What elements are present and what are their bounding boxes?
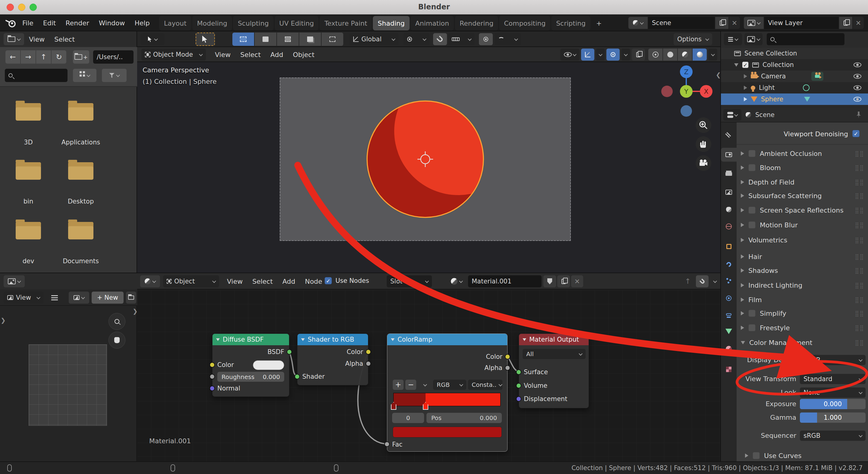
section-ambient-occlusion[interactable]: Ambient Occlusion⣿⣿ — [737, 148, 868, 159]
outliner-row-camera[interactable]: Camera — [721, 70, 868, 82]
stop-position-field[interactable]: Pos0.000 — [427, 413, 502, 423]
section-subsurface-scattering[interactable]: Subsurface Scattering⣿⣿ — [737, 190, 868, 201]
viewport-menu-select[interactable]: Select — [236, 47, 266, 62]
section-motion-blur[interactable]: Motion Blur⣿⣿ — [737, 219, 868, 231]
object-visibility-dropdown[interactable] — [560, 49, 580, 61]
shading-material-button[interactable] — [678, 49, 692, 61]
tab-rendering[interactable]: Rendering — [455, 16, 498, 30]
node-shader-to-rgb[interactable]: Shader to RGB Color Alpha Shader — [297, 333, 368, 385]
editor-type-file-browser-button[interactable] — [4, 33, 24, 45]
outliner-display-mode-dropdown[interactable] — [724, 33, 742, 45]
select-tool-button[interactable] — [195, 33, 215, 46]
expand-icon[interactable] — [734, 63, 738, 67]
viewport-menu-add[interactable]: Add — [266, 47, 288, 62]
tab-view-layer-properties[interactable] — [721, 185, 737, 199]
node-snap-settings-dropdown[interactable] — [710, 275, 720, 287]
add-workspace-button[interactable]: + — [591, 16, 607, 30]
tab-scene-properties[interactable] — [721, 203, 737, 216]
node-menu-add[interactable]: Add — [278, 273, 300, 290]
select-mode-invert-button[interactable] — [299, 33, 321, 46]
output-socket-bsdf[interactable] — [287, 349, 292, 355]
image-editor-canvas[interactable]: ❯ — [0, 306, 137, 462]
scene-name-field[interactable]: Scene — [648, 17, 715, 29]
material-browse-dropdown[interactable] — [447, 275, 466, 287]
view-transform-dropdown[interactable]: Standard — [800, 374, 866, 384]
node-header[interactable]: ColorRamp — [387, 334, 507, 345]
folder-item-3d[interactable]: 3D — [4, 101, 53, 168]
pan-button[interactable] — [108, 332, 125, 349]
tab-constraint-properties[interactable] — [721, 307, 737, 321]
proportional-editing-button[interactable] — [479, 33, 493, 45]
menu-file[interactable]: File — [18, 14, 38, 31]
input-socket-displacement[interactable] — [516, 396, 521, 402]
gizmo-settings-dropdown[interactable] — [596, 49, 605, 61]
properties-filter-dropdown[interactable] — [723, 109, 741, 121]
section-depth-of-field[interactable]: Depth of Field⣿⣿ — [737, 176, 868, 188]
overlays-settings-dropdown[interactable] — [621, 49, 630, 61]
input-socket-surface[interactable] — [516, 369, 521, 375]
back-button[interactable]: ← — [5, 50, 20, 64]
viewport-menu-object[interactable]: Object — [288, 47, 319, 62]
output-socket-color[interactable] — [505, 354, 510, 359]
viewport-menu-view[interactable]: View — [210, 47, 236, 62]
drag-handle-icon[interactable]: ⣿⣿ — [855, 192, 864, 199]
outliner-filter-type-dropdown[interactable] — [744, 33, 763, 45]
section-freestyle[interactable]: Freestyle⣿⣿ — [737, 322, 868, 333]
shading-solid-button[interactable] — [663, 49, 677, 61]
menu-edit[interactable]: Edit — [38, 14, 61, 31]
drag-handle-icon[interactable]: ⣿⣿ — [855, 296, 864, 303]
material-copy-button[interactable] — [557, 275, 570, 287]
light-data-icon[interactable] — [803, 84, 809, 91]
expand-icon[interactable] — [744, 74, 747, 79]
drag-handle-icon[interactable]: ⣿⣿ — [855, 207, 864, 213]
create-directory-button[interactable]: + — [73, 50, 89, 64]
output-socket-alpha[interactable] — [366, 361, 371, 366]
eye-icon[interactable] — [854, 62, 861, 67]
scene-icon[interactable] — [628, 17, 648, 29]
collapse-icon[interactable] — [523, 338, 526, 341]
sequencer-dropdown[interactable]: sRGB — [800, 431, 866, 441]
input-socket-volume[interactable] — [516, 383, 521, 388]
ramp-interpolation-dropdown[interactable]: Consta.. — [468, 380, 502, 390]
shading-settings-dropdown[interactable] — [708, 49, 717, 61]
section-hair[interactable]: Hair⣿⣿ — [737, 251, 868, 262]
options-dropdown[interactable]: Options — [674, 33, 712, 45]
menu-render[interactable]: Render — [61, 14, 94, 31]
eye-icon[interactable] — [854, 74, 861, 79]
use-curves-checkbox[interactable] — [752, 452, 760, 459]
menu-help[interactable]: Help — [130, 14, 155, 31]
remove-stop-button[interactable]: − — [405, 380, 416, 390]
drag-handle-icon[interactable]: ⣿⣿ — [855, 267, 864, 274]
region-expand-arrow[interactable]: ❯ — [1, 317, 6, 324]
tab-world-properties[interactable] — [721, 219, 737, 233]
node-menu-select[interactable]: Select — [247, 273, 278, 290]
forward-button[interactable]: → — [21, 50, 36, 64]
tab-object-data-properties[interactable] — [721, 324, 737, 338]
use-nodes-toggle[interactable]: ✓ Use Nodes — [324, 277, 369, 284]
blender-logo-icon[interactable] — [5, 18, 17, 28]
node-menu-view[interactable]: View — [222, 273, 247, 290]
axis-neg-x-ball[interactable] — [661, 86, 673, 97]
image-new-button[interactable]: + New — [92, 292, 124, 304]
active-tool-dropdown[interactable] — [141, 33, 164, 45]
input-socket-normal[interactable] — [210, 386, 215, 391]
tab-particle-properties[interactable] — [721, 274, 737, 288]
tab-object-properties[interactable] — [721, 239, 737, 253]
drag-handle-icon[interactable]: ⣿⣿ — [855, 221, 864, 228]
section-film[interactable]: Film⣿⣿ — [737, 294, 868, 305]
color-swatch[interactable] — [253, 360, 284, 370]
mode-dropdown[interactable]: Object Mode — [141, 49, 206, 61]
node-colorramp[interactable]: ColorRamp Color Alpha + − RGB Consta.. 0… — [387, 333, 507, 452]
material-unlink-button[interactable]: ✕ — [571, 275, 583, 287]
folder-item-desktop[interactable]: Desktop — [57, 160, 105, 227]
view-layer-new-button[interactable] — [839, 17, 852, 29]
eye-icon[interactable] — [854, 85, 861, 90]
folder-item-applications[interactable]: Applications — [57, 101, 105, 168]
collapse-icon[interactable] — [391, 338, 395, 341]
tab-texture-properties[interactable] — [721, 362, 737, 376]
view-layer-name-field[interactable]: View Layer — [764, 17, 838, 29]
stop-color-swatch[interactable] — [393, 427, 502, 438]
file-browser-menu-view[interactable]: View — [24, 31, 50, 47]
input-socket-roughness[interactable] — [210, 374, 215, 379]
collapse-icon[interactable] — [216, 338, 220, 341]
